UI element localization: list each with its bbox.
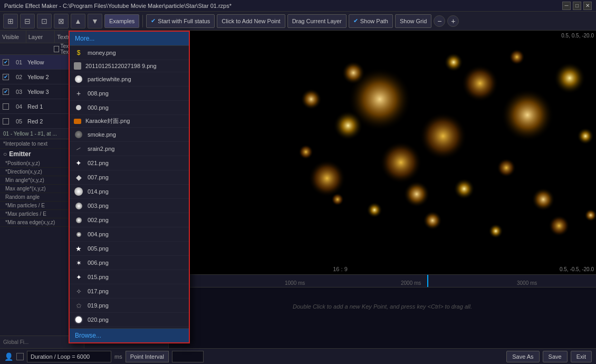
person-icon: 👤 bbox=[4, 352, 13, 361]
dd-icon-201101 bbox=[74, 62, 81, 70]
start-full-status-button[interactable]: ✔ Start with Full status bbox=[146, 14, 215, 28]
layer-name-05: Red 2 bbox=[26, 118, 69, 124]
dd-icon-006: ✶ bbox=[74, 258, 83, 267]
tb-icon-1[interactable]: ⊞ bbox=[3, 14, 18, 28]
dd-icon-017: ✧ bbox=[74, 286, 83, 296]
restore-button[interactable]: □ bbox=[573, 2, 581, 10]
dd-item-021[interactable]: ✦ 021.png bbox=[70, 156, 189, 170]
dd-icon-008: + bbox=[74, 89, 83, 98]
dd-icon-money: $ bbox=[74, 48, 83, 58]
show-path-button[interactable]: ✔ Show Path bbox=[349, 14, 393, 28]
save-as-button[interactable]: Save As bbox=[506, 351, 539, 362]
svg-point-26 bbox=[584, 209, 596, 222]
layer-num-03: 03 bbox=[12, 89, 26, 95]
new-point-button[interactable]: Click to Add New Point bbox=[217, 14, 285, 28]
text-texture-checkbox[interactable] bbox=[54, 46, 59, 52]
dd-item-money[interactable]: $ money.png bbox=[70, 46, 189, 60]
header-visible: Visible bbox=[0, 31, 26, 43]
point-interval-button[interactable]: Point Interval bbox=[126, 351, 169, 362]
svg-point-15 bbox=[301, 89, 322, 110]
svg-point-7 bbox=[309, 160, 345, 197]
dd-icon-015: ✦ bbox=[74, 272, 83, 282]
check-icon: ✔ bbox=[151, 17, 156, 24]
dd-item-201101[interactable]: 20110125122027198 9.png bbox=[70, 60, 189, 72]
dd-item-008[interactable]: + 008.png bbox=[70, 87, 189, 101]
timeline-hint: Double Click to add a new Key Point, and… bbox=[169, 288, 596, 310]
save-button[interactable]: Save bbox=[543, 351, 568, 362]
layer-check-01[interactable]: ✔ bbox=[0, 59, 12, 65]
title-bar-controls: ─ □ ✕ bbox=[562, 2, 592, 10]
dd-item-006[interactable]: ✶ 006.png bbox=[70, 256, 189, 270]
more-option[interactable]: More... bbox=[70, 32, 189, 46]
dd-icon-003 bbox=[74, 201, 83, 210]
browse-option[interactable]: Browse... bbox=[70, 328, 189, 342]
minimize-button[interactable]: ─ bbox=[562, 2, 571, 10]
dd-icon-particlewhite bbox=[74, 74, 83, 84]
svg-point-22 bbox=[299, 145, 313, 159]
layer-name-04: Red 1 bbox=[26, 103, 69, 110]
texture-dropdown: More... $ money.png 20110125122027198 9.… bbox=[69, 31, 190, 343]
svg-point-23 bbox=[342, 61, 365, 84]
dd-icon-004 bbox=[74, 229, 83, 239]
zoom-out-button[interactable]: − bbox=[434, 15, 445, 27]
close-button[interactable]: ✕ bbox=[583, 2, 592, 10]
tb-icon-4[interactable]: ⊠ bbox=[54, 14, 69, 28]
dd-icon-020 bbox=[74, 315, 83, 324]
dd-item-014[interactable]: 014.png bbox=[70, 185, 189, 199]
dd-item-017[interactable]: ✧ 017.png bbox=[70, 284, 189, 299]
svg-point-14 bbox=[367, 202, 382, 218]
dd-item-003[interactable]: 003.png bbox=[70, 199, 189, 213]
layer-check-02[interactable]: ✔ bbox=[0, 74, 12, 80]
dd-item-karaoke[interactable]: Karaoke封面.png bbox=[70, 115, 189, 128]
drag-layer-button[interactable]: Drag Current Layer bbox=[287, 14, 347, 28]
dd-icon-000 bbox=[74, 103, 83, 112]
dd-icon-005: ★ bbox=[74, 244, 83, 253]
dd-item-particlewhite[interactable]: particlewhite.png bbox=[70, 72, 189, 87]
layer-name-01: Yellow bbox=[26, 59, 69, 65]
dd-item-015[interactable]: ✦ 015.png bbox=[70, 270, 189, 284]
dd-item-004[interactable]: 004.png bbox=[70, 227, 189, 242]
ms-label: ms bbox=[114, 353, 122, 360]
loop-checkbox[interactable] bbox=[16, 353, 24, 360]
duration-field[interactable] bbox=[27, 351, 111, 362]
svg-point-24 bbox=[444, 53, 463, 72]
show-grid-button[interactable]: Show Grid bbox=[395, 14, 431, 28]
svg-point-9 bbox=[454, 178, 475, 199]
tb-icon-3[interactable]: ⊡ bbox=[37, 14, 52, 28]
timeline-right-panel[interactable]: ms 1000 ms 2000 ms 3000 ms Double Click … bbox=[169, 275, 596, 348]
zoom-in-button[interactable]: + bbox=[447, 15, 459, 27]
svg-point-8 bbox=[403, 181, 430, 207]
dd-item-020[interactable]: 020.png bbox=[70, 313, 189, 327]
move-up-button[interactable]: ▲ bbox=[71, 14, 85, 28]
examples-button[interactable]: Examples bbox=[104, 14, 139, 28]
exit-button[interactable]: Exit bbox=[571, 351, 592, 362]
dd-item-srain2[interactable]: / srain2.png bbox=[70, 142, 189, 156]
svg-point-1 bbox=[419, 112, 467, 160]
layer-name-02: Yellow 2 bbox=[26, 74, 69, 80]
dd-icon-srain2: / bbox=[72, 142, 85, 155]
timeline-ruler: ms 1000 ms 2000 ms 3000 ms bbox=[169, 275, 596, 288]
toolbar: ⊞ ⊟ ⊡ ⊠ ▲ ▼ Examples ✔ Start with Full s… bbox=[0, 12, 596, 31]
layer-check-04[interactable] bbox=[0, 103, 12, 110]
title-bar: Particle Effect Maker - C:\Program Files… bbox=[0, 0, 596, 12]
tb-icon-2[interactable]: ⊟ bbox=[20, 14, 35, 28]
dd-item-000[interactable]: 000.png bbox=[70, 101, 189, 115]
layer-check-03[interactable]: ✔ bbox=[0, 89, 12, 95]
svg-point-3 bbox=[501, 89, 554, 141]
dd-item-smoke[interactable]: smoke.png bbox=[70, 128, 189, 142]
dd-item-007[interactable]: ◆ 007.png bbox=[70, 170, 189, 185]
svg-point-5 bbox=[380, 141, 422, 184]
layer-num-04: 04 bbox=[12, 103, 26, 110]
dd-item-002[interactable]: 002.png bbox=[70, 213, 189, 227]
move-down-button[interactable]: ▼ bbox=[88, 14, 102, 28]
dd-item-005[interactable]: ★ 005.png bbox=[70, 242, 189, 256]
dd-item-019[interactable]: ✩ 019.png bbox=[70, 299, 189, 313]
header-layer: Layer bbox=[26, 31, 55, 43]
interval-input[interactable] bbox=[172, 351, 204, 362]
svg-point-18 bbox=[488, 224, 503, 238]
check-path-icon: ✔ bbox=[353, 17, 358, 24]
svg-point-16 bbox=[331, 193, 344, 206]
svg-point-17 bbox=[423, 211, 442, 230]
layer-check-05[interactable] bbox=[0, 118, 12, 124]
bottom-bar: 👤 ms Point Interval Save As Save Exit bbox=[0, 348, 596, 364]
